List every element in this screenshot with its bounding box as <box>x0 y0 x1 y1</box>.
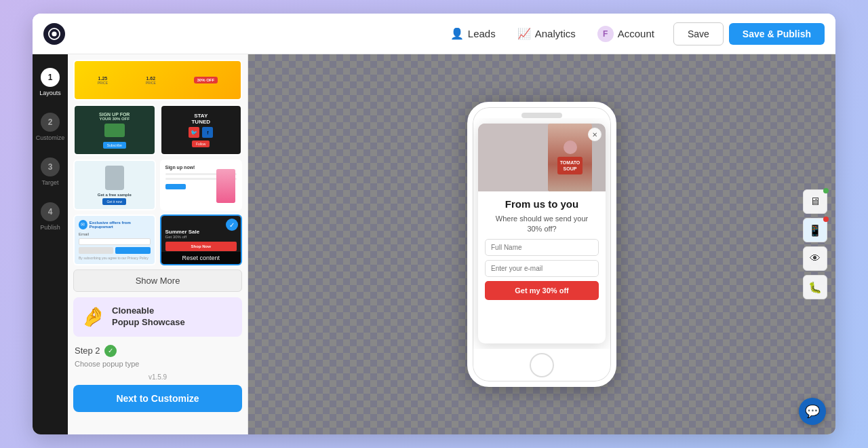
step-1[interactable]: 1 Layouts <box>39 68 61 96</box>
popup-hero-figure: TOMATOSOUP <box>548 124 592 191</box>
canvas-area: ✕ TOMATOSOUP <box>248 54 835 434</box>
version-text: v1.5.9 <box>73 373 242 381</box>
nav-leads-label: Leads <box>468 28 496 39</box>
layout-row-4: ✉ Exclusive offers from Popupsmart Email… <box>73 214 242 265</box>
bug-report-button[interactable]: 🐛 <box>803 275 827 299</box>
layout-card-summer-sale[interactable]: Summer Sale Get 30% off Shop Now ✓ Reset… <box>160 214 243 265</box>
nav-leads[interactable]: 👤 Leads <box>442 23 504 44</box>
phone-home-button <box>530 353 554 377</box>
layout-row-1: 1.25 PRICE 1.62 PRICE 30% OFF <box>73 60 242 100</box>
popup-subtitle: Where should we send your30% off? <box>485 214 599 235</box>
desktop-view-button[interactable]: 🖥 <box>803 189 827 214</box>
preview-button[interactable]: 👁 <box>803 246 827 271</box>
eye-icon: 👁 <box>810 253 821 265</box>
cloneable-emoji: 🤌 <box>81 305 105 328</box>
topbar-nav: 👤 Leads 📈 Analytics F Account <box>442 22 663 46</box>
step-1-circle: 1 <box>41 68 60 87</box>
desktop-icon: 🖥 <box>810 195 821 208</box>
step-2-label: Customize <box>36 134 65 141</box>
phone-content: ✕ TOMATOSOUP <box>473 118 611 349</box>
account-avatar: F <box>597 26 614 42</box>
topbar: 👤 Leads 📈 Analytics F Account Save Save … <box>33 14 835 54</box>
tomato-soup-badge: TOMATOSOUP <box>557 157 583 174</box>
step-subtitle: Choose popup type <box>73 360 242 368</box>
analytics-icon: 📈 <box>517 27 531 40</box>
layout-row-3: Get a free sample Get it now Sign up now… <box>73 160 242 210</box>
selected-check-badge: ✓ <box>226 219 238 231</box>
nav-analytics[interactable]: 📈 Analytics <box>509 23 584 44</box>
step-2[interactable]: 2 Customize <box>36 113 65 141</box>
reset-overlay[interactable]: Reset content <box>161 252 241 264</box>
main-content: 1 Layouts 2 Customize 3 Target 4 Publish <box>33 54 835 434</box>
step-2-circle: 2 <box>41 113 60 132</box>
save-publish-button[interactable]: Save & Publish <box>729 23 825 45</box>
step-1-label: Layouts <box>39 90 61 96</box>
mobile-icon: 📱 <box>808 224 822 237</box>
popup-body: From us to you Where should we send your… <box>478 191 606 343</box>
step-info: Step 2 ✓ <box>73 345 242 357</box>
step-4-label: Publish <box>40 224 60 231</box>
step-3-label: Target <box>41 179 58 186</box>
step-number: Step 2 <box>75 346 100 356</box>
step-3-circle: 3 <box>41 157 60 176</box>
chat-icon: 💬 <box>805 404 820 419</box>
nav-account[interactable]: F Account <box>589 22 663 46</box>
phone-notch <box>521 113 562 118</box>
app-logo[interactable] <box>43 23 65 45</box>
cloneable-card[interactable]: 🤌 CloneablePopup Showcase <box>73 297 242 337</box>
save-button[interactable]: Save <box>673 22 724 45</box>
layout-card-signup[interactable]: Sign up now! <box>160 160 243 210</box>
bug-icon: 🐛 <box>808 281 822 294</box>
popup-email-input[interactable] <box>485 260 599 277</box>
step-4[interactable]: 4 Publish <box>40 202 60 231</box>
phone-mockup: ✕ TOMATOSOUP <box>467 102 616 387</box>
popup-modal: ✕ TOMATOSOUP <box>478 124 606 343</box>
popup-cta-button[interactable]: Get my 30% off <box>485 281 599 300</box>
layout-card-green-plant[interactable]: SIGN UP FOR YOUR 30% OFF Subscribe <box>73 105 156 155</box>
nav-analytics-label: Analytics <box>535 28 576 39</box>
layout-card-stay-tuned[interactable]: STAY TUNED 🐦 f Follow <box>160 105 243 155</box>
app-window: 👤 Leads 📈 Analytics F Account Save Save … <box>33 14 835 434</box>
layout-card-yellow[interactable]: 1.25 PRICE 1.62 PRICE 30% OFF <box>73 60 242 100</box>
next-customize-button[interactable]: Next to Customize <box>73 385 242 412</box>
layout-card-chair[interactable]: Get a free sample Get it now <box>73 160 156 210</box>
chat-bubble-button[interactable]: 💬 <box>799 398 826 425</box>
mobile-view-button[interactable]: 📱 <box>803 218 827 242</box>
layout-row-2: SIGN UP FOR YOUR 30% OFF Subscribe STAY … <box>73 105 242 155</box>
cloneable-text: CloneablePopup Showcase <box>112 305 185 329</box>
step-4-circle: 4 <box>41 202 60 221</box>
layouts-panel: 1.25 PRICE 1.62 PRICE 30% OFF <box>68 54 248 434</box>
steps-sidebar: 1 Layouts 2 Customize 3 Target 4 Publish <box>33 54 68 434</box>
popup-fullname-input[interactable] <box>485 239 599 256</box>
step-3[interactable]: 3 Target <box>41 157 60 186</box>
step-complete-icon: ✓ <box>104 345 117 357</box>
layout-card-email-blue[interactable]: ✉ Exclusive offers from Popupsmart Email… <box>73 214 156 265</box>
leads-icon: 👤 <box>450 27 464 40</box>
popup-close-button[interactable]: ✕ <box>588 128 601 141</box>
nav-account-label: Account <box>618 28 654 39</box>
popup-title: From us to you <box>485 198 599 210</box>
right-toolbar: 🖥 📱 👁 🐛 <box>803 189 827 299</box>
show-more-button[interactable]: Show More <box>73 269 242 292</box>
svg-point-1 <box>52 31 56 36</box>
popup-hero: TOMATOSOUP <box>478 124 606 191</box>
